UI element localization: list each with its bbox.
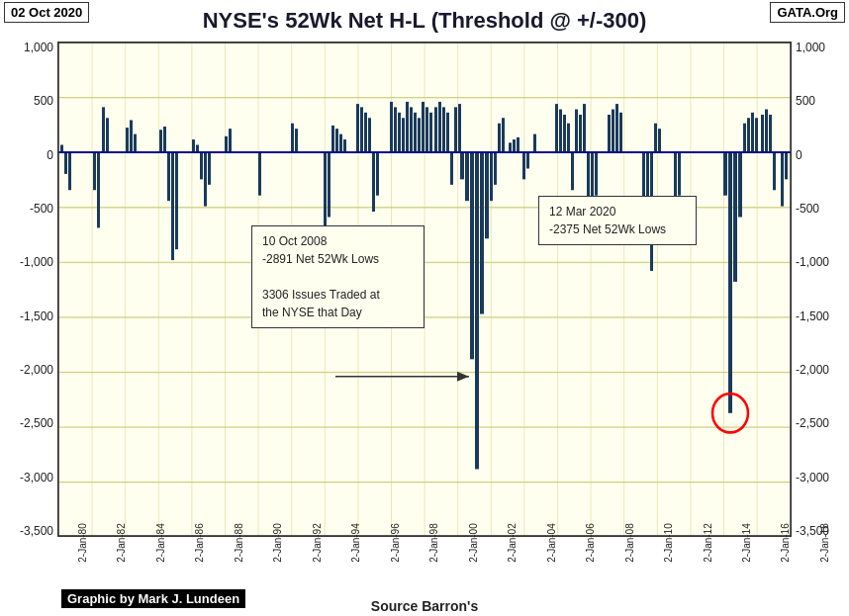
annotation-2020-line1: 12 Mar 2020 xyxy=(549,205,615,219)
y-label-0: 0 xyxy=(47,149,53,161)
svg-rect-47 xyxy=(376,152,379,196)
svg-rect-67 xyxy=(465,152,469,201)
svg-rect-32 xyxy=(229,129,232,152)
svg-rect-41 xyxy=(343,139,346,152)
svg-rect-66 xyxy=(460,152,464,179)
annotation-2008-line2: -2891 Net 52Wk Lows xyxy=(262,252,379,266)
svg-rect-104 xyxy=(723,152,727,196)
y-label-1000: 1,000 xyxy=(24,42,53,53)
svg-rect-63 xyxy=(450,152,453,185)
svg-rect-108 xyxy=(743,124,746,152)
svg-rect-54 xyxy=(414,113,417,152)
x-label-2018: 2-Jan-18 xyxy=(819,523,849,562)
svg-rect-58 xyxy=(429,113,432,152)
svg-rect-22 xyxy=(163,127,166,152)
svg-rect-92 xyxy=(595,152,598,196)
svg-rect-96 xyxy=(619,113,622,152)
svg-rect-76 xyxy=(509,142,512,152)
svg-rect-109 xyxy=(747,118,750,152)
svg-rect-35 xyxy=(295,129,298,152)
svg-rect-85 xyxy=(567,124,570,152)
svg-rect-86 xyxy=(571,152,574,190)
annotation-2008-line1: 10 Oct 2008 xyxy=(262,234,327,248)
svg-rect-49 xyxy=(394,107,397,152)
source-org-label: GATA.Org xyxy=(770,2,845,23)
svg-rect-61 xyxy=(442,107,445,152)
svg-rect-71 xyxy=(485,152,489,238)
svg-rect-88 xyxy=(579,115,582,152)
svg-rect-40 xyxy=(339,134,342,153)
svg-rect-33 xyxy=(258,152,261,196)
svg-rect-100 xyxy=(654,124,657,152)
svg-rect-64 xyxy=(454,107,457,152)
svg-rect-50 xyxy=(398,113,401,152)
svg-rect-12 xyxy=(64,152,67,174)
y-right-label-1000: 1,000 xyxy=(796,42,825,53)
svg-rect-37 xyxy=(328,152,330,217)
svg-rect-44 xyxy=(364,113,367,152)
svg-rect-38 xyxy=(331,126,334,152)
svg-rect-69 xyxy=(475,152,479,469)
svg-rect-21 xyxy=(159,130,162,152)
svg-rect-25 xyxy=(175,152,178,249)
svg-rect-70 xyxy=(480,152,484,313)
svg-rect-28 xyxy=(200,152,203,179)
annotation-2008: 10 Oct 2008 -2891 Net 52Wk Lows 3306 Iss… xyxy=(251,225,424,328)
svg-rect-84 xyxy=(563,115,566,152)
y-label-n2000: -2,000 xyxy=(20,364,53,376)
source-label: Source Barron's xyxy=(0,598,849,614)
y-right-label-0: 0 xyxy=(796,149,802,161)
y-right-label-n2000: -2,000 xyxy=(796,364,829,376)
svg-rect-81 xyxy=(533,134,536,153)
y-right-label-500: 500 xyxy=(796,95,815,107)
svg-rect-46 xyxy=(372,152,375,212)
annotation-2008-line5: the NYSE that Day xyxy=(262,306,362,319)
y-right-label-n3000: -3,000 xyxy=(796,472,829,484)
svg-rect-77 xyxy=(513,139,516,152)
chart-svg xyxy=(58,43,791,536)
svg-rect-89 xyxy=(583,104,586,152)
svg-rect-93 xyxy=(608,115,611,152)
svg-rect-56 xyxy=(422,102,424,152)
y-label-n500: -500 xyxy=(30,203,53,215)
svg-rect-43 xyxy=(360,107,363,152)
svg-rect-114 xyxy=(769,115,772,152)
svg-rect-111 xyxy=(755,118,758,152)
chart-area: 10 Oct 2008 -2891 Net 52Wk Lows 3306 Iss… xyxy=(57,42,792,537)
svg-rect-16 xyxy=(102,107,105,152)
svg-rect-80 xyxy=(526,152,529,168)
svg-rect-53 xyxy=(410,107,413,152)
svg-rect-18 xyxy=(126,128,129,152)
svg-rect-75 xyxy=(502,118,505,152)
svg-rect-65 xyxy=(458,104,461,152)
svg-rect-23 xyxy=(167,152,170,201)
svg-rect-107 xyxy=(738,152,742,217)
y-label-n1500: -1,500 xyxy=(20,310,53,322)
y-right-label-n1500: -1,500 xyxy=(796,310,829,322)
svg-rect-59 xyxy=(434,107,437,152)
y-right-label-n2500: -2,500 xyxy=(796,417,829,429)
svg-rect-72 xyxy=(490,152,493,201)
svg-rect-19 xyxy=(130,120,133,152)
svg-rect-83 xyxy=(559,110,562,153)
svg-rect-52 xyxy=(406,102,409,152)
svg-rect-30 xyxy=(208,152,211,185)
svg-rect-106 xyxy=(733,152,737,282)
svg-rect-13 xyxy=(68,152,71,190)
annotation-2020-line2: -2375 Net 52Wk Lows xyxy=(549,222,666,236)
y-right-label-n500: -500 xyxy=(796,203,819,215)
svg-rect-94 xyxy=(612,110,614,153)
svg-rect-112 xyxy=(761,115,764,152)
y-right-label-n1000: -1,000 xyxy=(796,256,829,268)
y-label-n3000: -3,000 xyxy=(20,472,53,484)
svg-rect-31 xyxy=(225,136,228,152)
svg-rect-110 xyxy=(751,113,754,152)
svg-rect-27 xyxy=(196,145,199,153)
svg-rect-34 xyxy=(291,124,294,152)
y-label-n3500: -3,500 xyxy=(20,525,53,537)
svg-rect-57 xyxy=(425,107,428,152)
svg-rect-79 xyxy=(522,152,525,179)
svg-rect-55 xyxy=(418,118,421,152)
svg-rect-115 xyxy=(773,152,776,190)
svg-rect-15 xyxy=(97,152,100,227)
